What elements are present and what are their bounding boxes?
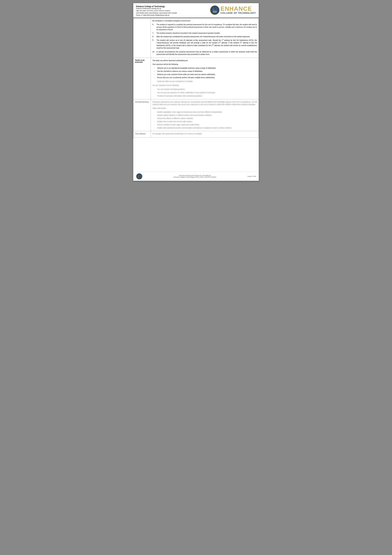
item-6-text: The student is required to complete the … xyxy=(157,23,257,31)
time-allowed-label-cell: Time allowed xyxy=(133,131,151,138)
bullet-item-3: - Observe you over a period of time whil… xyxy=(154,73,257,76)
dash-4: - xyxy=(154,76,157,79)
blurred-section-1: - Guide the while you are competence in … xyxy=(152,80,257,83)
item-8-text: After the student has completed the prac… xyxy=(157,35,257,38)
footer-logo: 🎓 xyxy=(136,173,143,180)
item-9-text: The student will receive up to two (2) a… xyxy=(157,39,257,49)
oral-topic-6: - Explain safe operational practice and … xyxy=(154,126,257,129)
brand-text: ENHANCE COLLEGE OF TECHNOLOGY xyxy=(221,6,256,15)
page-footer: 🎓 Enhance Professional Training Pty Ltd … xyxy=(133,172,259,181)
blurred-sub-1: - You must answer all verbal questions. xyxy=(154,88,257,91)
assessment-content-cell: the workplace or simulated workplace env… xyxy=(151,18,259,58)
brand-college: COLLEGE OF TECHNOLOGY xyxy=(221,12,256,15)
logo-inner: 🎓 ENHANCECOLLEGE xyxy=(213,7,217,13)
footer-page-number: Page 5 of 88 xyxy=(248,175,256,177)
blurred-bullet-1: - Guide the while you are competence in … xyxy=(154,80,257,83)
bullet-item-1: - Observe you in an operational hospital… xyxy=(154,67,257,69)
dash-1: - xyxy=(154,67,157,69)
item-9-num: 9. xyxy=(152,39,157,49)
numbered-list: 6. The student is required to complete t… xyxy=(152,23,257,49)
blurred-para-2: You are required to do the following. xyxy=(152,84,257,87)
list-item-6: 6. The student is required to complete t… xyxy=(152,23,257,31)
oral-topic-2: - Explain quality indicators in differen… xyxy=(154,114,257,117)
assessment-intro-text: the workplace or simulated workplace env… xyxy=(152,19,257,22)
time-allowed-content-cell: On average, this assessment should take … xyxy=(151,131,259,138)
list-item-9: 9. The student will receive up to two (2… xyxy=(152,39,257,49)
item-10-num: 10. xyxy=(152,51,157,56)
blurred-sub-2: - You can ask your assessor for further … xyxy=(154,91,257,94)
footer-line1: Enhance Professional Training Pty Ltd tr… xyxy=(143,175,248,176)
dash-2: - xyxy=(154,70,157,73)
dash-3: - xyxy=(154,73,157,76)
bullet-text-4: Ensure that you can consistently perform… xyxy=(157,76,257,79)
assessment-conditions-row: the workplace or simulated workplace env… xyxy=(133,18,259,58)
time-allowed-label: Time allowed xyxy=(135,133,146,135)
oral-topic-5: - Discuss varieties of basic eggs, pasta… xyxy=(154,123,257,126)
header-details: Enhance Professional Training Pty Ltd AB… xyxy=(136,7,210,16)
item-7-text: The student answers should be recorded i… xyxy=(157,32,257,34)
oral-topic-4: - Explain how to select and use the righ… xyxy=(154,120,257,123)
header-line1: Enhance Professional Training Pty Ltd xyxy=(136,7,210,10)
brand-enhance: ENHANCE xyxy=(221,6,256,12)
header-left: Enhance College of Technology Enhance Pr… xyxy=(136,5,210,16)
header-line2: ABN: 821 6587 1572 RTO: 41531 CRICOS: 03… xyxy=(136,10,210,12)
footer-center: Enhance Professional Training Pty Ltd tr… xyxy=(143,175,248,178)
company-name: Enhance College of Technology xyxy=(136,5,210,7)
bullet-list: - Observe you in an operational hospital… xyxy=(152,67,257,79)
blurred-sub-3: - Provide all necessary information when… xyxy=(154,95,257,97)
oral-blurred-1: During the assessment your assessor will… xyxy=(152,101,257,106)
oral-topics-list: - Identify vegetables, fruits, eggs and … xyxy=(152,111,257,129)
item-6-num: 6. xyxy=(152,23,157,31)
tasks-row: Task/s to be assessed The tasks you will… xyxy=(133,58,259,99)
list-item-8: 8. After the student has completed the p… xyxy=(152,35,257,38)
bullet-text-1: Observe you in an operational hospitalit… xyxy=(157,67,257,69)
oral-questioning-label-cell: Oral Questioning xyxy=(133,99,151,131)
bullet-item-2: - Use the checklist to observe you using… xyxy=(154,70,257,73)
bullet-text-3: Observe you over a period of time while … xyxy=(157,73,257,76)
header-right: 🎓 ENHANCECOLLEGE ENHANCE COLLEGE OF TECH… xyxy=(210,5,256,15)
document-page: Enhance College of Technology Enhance Pr… xyxy=(133,3,259,181)
item-8-num: 8. xyxy=(152,35,157,38)
tasks-content-cell: The tasks you will be observed undertaki… xyxy=(151,58,259,99)
assessor-intro: Your assessor will do the following. xyxy=(152,63,257,66)
oral-questioning-label: Oral Questioning xyxy=(135,101,149,103)
assessment-label-cell xyxy=(133,18,151,58)
header-line4: Phone: 07 3895 8393 email: info@enhance.… xyxy=(136,14,210,16)
oral-topic-3: - Discuss the effects of different cooke… xyxy=(154,117,257,120)
oral-questioning-content-cell: During the assessment your assessor will… xyxy=(151,99,259,131)
tasks-label-cell: Task/s to be assessed xyxy=(133,58,151,99)
page-header: Enhance College of Technology Enhance Pr… xyxy=(133,3,259,18)
time-allowed-row: Time allowed On average, this assessment… xyxy=(133,131,259,138)
oral-topic-1: - Identify vegetables, fruits, eggs and … xyxy=(154,111,257,113)
numbered-list-10: 10. In special circumstances this practi… xyxy=(152,51,257,56)
bullet-item-4: - Ensure that you can consistently perfo… xyxy=(154,76,257,79)
tasks-intro: The tasks you will be observed undertaki… xyxy=(152,59,257,62)
footer-line2: Enhance College of Technology | RTO: 415… xyxy=(143,176,248,178)
oral-questioning-row: Oral Questioning During the assessment y… xyxy=(133,99,259,131)
bullet-text-2: Use the checklist to observe you using a… xyxy=(157,70,257,73)
item-10-text: In special circumstances this practical … xyxy=(157,51,257,56)
content-table: the workplace or simulated workplace env… xyxy=(133,18,259,138)
time-blurred: On average, this assessment should take … xyxy=(152,132,257,135)
list-item-10: 10. In special circumstances this practi… xyxy=(152,51,257,56)
tasks-label: Task/s to be assessed xyxy=(135,59,145,63)
blurred-section-2: You are required to do the following. - … xyxy=(152,84,257,97)
oral-blurred-2: Topics will include: xyxy=(152,107,257,110)
logo-text: ENHANCECOLLEGE xyxy=(213,11,217,13)
logo-circle: 🎓 ENHANCECOLLEGE xyxy=(210,5,220,15)
item-7-num: 7. xyxy=(152,32,157,34)
list-item-7: 7. The student answers should be recorde… xyxy=(152,32,257,34)
header-line3: 2/35 Manilla Street, East Brisbane, Quee… xyxy=(136,12,210,14)
